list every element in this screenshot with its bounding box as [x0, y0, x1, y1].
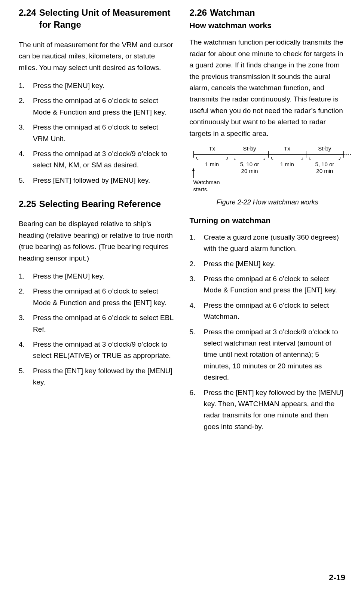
left-column: 2.24 Selecting Unit of Measurement for R…	[19, 7, 175, 444]
how-watchman-works-heading: How watchman works	[190, 21, 346, 30]
section-title: Watchman	[210, 7, 345, 19]
list-item: Press the omnipad at 6 o’clock to select…	[190, 300, 346, 323]
list-item: Press the omnipad at 6 o’clock to select…	[19, 286, 175, 308]
list-item: Press the [ENT] key followed by the [MEN…	[19, 365, 175, 388]
list-item: Create a guard zone (usually 360 degrees…	[190, 232, 346, 255]
right-column: 2.26 Watchman How watchman works The wat…	[190, 7, 346, 444]
section-2-24-intro: The unit of measurement for the VRM and …	[19, 39, 175, 73]
timing-duration: 1 min	[280, 161, 294, 168]
section-2-26-heading: 2.26 Watchman	[190, 7, 346, 19]
list-item: Press [ENT] followed by [MENU] key.	[19, 175, 175, 186]
timing-label-stby: St-by	[318, 145, 331, 152]
list-item: Press the omnipad at 6 o’clock to select…	[19, 312, 175, 335]
section-number: 2.25	[19, 198, 39, 210]
arrow-up-icon	[193, 168, 194, 178]
list-item: Press the omnipad at 6 o’clock to select…	[190, 273, 346, 296]
list-item: Press the [MENU] key.	[19, 271, 175, 282]
section-number: 2.26	[190, 7, 210, 19]
list-item: Press the omnipad at 6 o’clock to select…	[19, 95, 175, 118]
section-2-25-steps: Press the [MENU] key. Press the omnipad …	[19, 271, 175, 388]
timing-label-tx: Tx	[209, 145, 215, 152]
list-item: Press the [ENT] key followed by the [MEN…	[190, 387, 346, 433]
list-item: Press the omnipad at 3 o’clock/9 o’clock…	[190, 326, 346, 383]
section-2-25-intro: Bearing can be displayed relative to shi…	[19, 218, 175, 264]
list-item: Press the [MENU] key.	[19, 80, 175, 91]
section-2-25-heading: 2.25 Selecting Bearing Reference	[19, 198, 175, 210]
list-item: Press the omnipad at 6 o’clock to select…	[19, 122, 175, 145]
turning-on-watchman-heading: Turning on watchman	[190, 216, 346, 225]
section-title: Selecting Unit of Measurement for Range	[39, 7, 175, 31]
timing-label-tx: Tx	[284, 145, 290, 152]
how-watchman-works-body: The watchman function periodically trans…	[190, 37, 346, 139]
timing-label-stby: St-by	[243, 145, 256, 152]
timing-duration: 5, 10 or 20 min	[315, 161, 334, 174]
figure-caption: Figure 2-22 How watchman works	[190, 198, 346, 206]
section-title: Selecting Bearing Reference	[39, 198, 175, 210]
timing-duration: 5, 10 or 20 min	[240, 161, 259, 174]
section-number: 2.24	[19, 7, 39, 31]
watchman-timing-diagram: Tx St-by Tx St-by 1 min 5, 10 or 20 min …	[193, 146, 344, 191]
watchman-starts-label: Watchman starts.	[193, 179, 220, 193]
list-item: Press the omnipad at 3 o’clock/9 o’clock…	[19, 339, 175, 362]
two-column-layout: 2.24 Selecting Unit of Measurement for R…	[19, 7, 345, 444]
list-item: Press the [MENU] key.	[190, 258, 346, 270]
page-number: 2-19	[329, 573, 345, 583]
section-2-24-steps: Press the [MENU] key. Press the omnipad …	[19, 80, 175, 186]
turning-on-watchman-steps: Create a guard zone (usually 360 degrees…	[190, 232, 346, 432]
figure-2-22: Tx St-by Tx St-by 1 min 5, 10 or 20 min …	[190, 146, 346, 206]
list-item: Press the omnipad at 3 o’clock/9 o’clock…	[19, 148, 175, 171]
section-2-24-heading: 2.24 Selecting Unit of Measurement for R…	[19, 7, 175, 31]
timing-duration: 1 min	[205, 161, 219, 168]
